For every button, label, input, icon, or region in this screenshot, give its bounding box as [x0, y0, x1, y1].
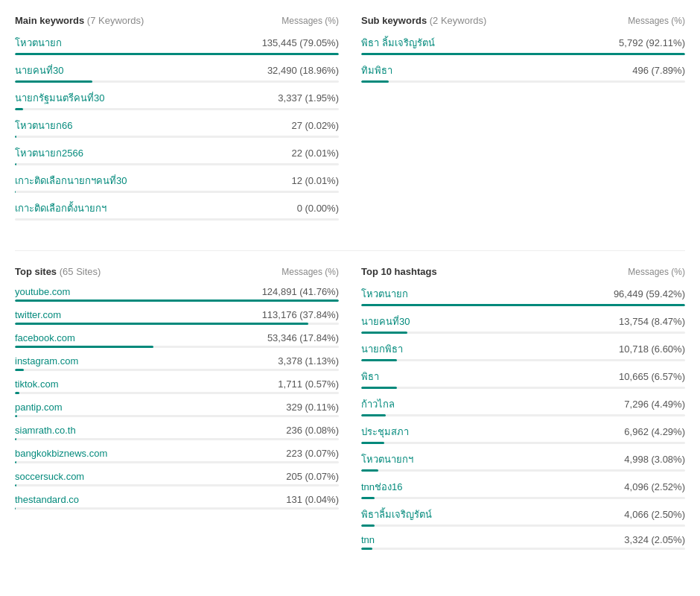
item-value: 3,337 (1.95%): [278, 92, 339, 104]
item-value: 124,891 (41.76%): [262, 286, 339, 297]
item-value: 135,445 (79.05%): [262, 37, 339, 48]
top-hashtags-list: โหวตนายก96,449 (59.42%)นายคนที่3013,754 …: [361, 286, 685, 550]
bar-fill: [361, 80, 389, 83]
bar-container: [361, 304, 685, 306]
item-label[interactable]: tiktok.com: [15, 378, 59, 390]
item-label[interactable]: bangkokbiznews.com: [15, 448, 107, 459]
item-label[interactable]: นายคนที่30: [15, 63, 63, 78]
item-label[interactable]: โหวตนายก66: [15, 118, 72, 133]
item-label[interactable]: ทิมพิธา: [361, 63, 392, 78]
item-value: 10,718 (6.60%): [619, 343, 685, 355]
list-item: นายกรัฐมนตรีคนที่303,337 (1.95%): [15, 90, 339, 110]
list-item: pantip.com329 (0.11%): [15, 402, 339, 417]
item-label[interactable]: พิธา: [361, 369, 379, 384]
item-value: 205 (0.07%): [286, 471, 339, 482]
item-label[interactable]: tnnช่อง16: [361, 479, 403, 495]
item-value: 496 (7.89%): [632, 65, 685, 76]
item-label[interactable]: โหวตนายก2566: [15, 145, 83, 161]
bar-fill: [361, 548, 372, 550]
list-item: tiktok.com1,711 (0.57%): [15, 378, 339, 394]
item-label[interactable]: tnn: [361, 534, 375, 545]
bar-fill: [15, 507, 16, 510]
list-item: นายกพิธา10,718 (6.60%): [361, 341, 685, 361]
item-label[interactable]: นายกรัฐมนตรีคนที่30: [15, 90, 104, 106]
item-label[interactable]: โหวตนายก: [15, 35, 62, 51]
bar-fill: [15, 299, 339, 302]
item-label[interactable]: พิธาลิ้มเจริญรัตน์: [361, 507, 432, 522]
item-value: 22 (0.01%): [291, 148, 339, 159]
bar-container: [15, 191, 339, 193]
main-keywords-title: Main keywords (7 Keywords): [15, 15, 144, 26]
item-label[interactable]: soccersuck.com: [15, 471, 84, 482]
bar-fill: [15, 484, 16, 486]
bar-fill: [361, 332, 407, 334]
item-label[interactable]: นายคนที่30: [361, 314, 410, 329]
item-value: 53,346 (17.84%): [267, 332, 339, 343]
item-value: 13,754 (8.47%): [619, 316, 685, 327]
main-keywords-header: Main keywords (7 Keywords) Messages (%): [15, 15, 339, 26]
bar-container: [15, 507, 339, 510]
list-item: พิธาลิ้มเจริญรัตน์4,066 (2.50%): [361, 507, 685, 527]
list-item: ทิมพิธา496 (7.89%): [361, 63, 685, 83]
item-label[interactable]: pantip.com: [15, 402, 63, 413]
bar-fill: [15, 415, 17, 417]
bar-fill: [361, 359, 397, 361]
item-label[interactable]: เกาะติดเลือกตั้งนายกฯ: [15, 200, 106, 216]
list-item: tnnช่อง164,096 (2.52%): [361, 479, 685, 499]
top-sites-title: Top sites (65 Sites): [15, 266, 101, 277]
item-label[interactable]: เกาะติดเลือกนายกฯคนที่30: [15, 173, 127, 188]
item-label[interactable]: youtube.com: [15, 286, 70, 297]
list-item: siamrath.co.th236 (0.08%): [15, 425, 339, 440]
main-keywords-list: โหวตนายก135,445 (79.05%)นายคนที่3032,490…: [15, 35, 339, 221]
bar-container: [15, 346, 339, 348]
list-item: พิธา ลิ้มเจริญรัตน์5,792 (92.11%): [361, 35, 685, 55]
item-value: 6,962 (4.29%): [624, 426, 685, 437]
bar-container: [361, 442, 685, 444]
item-value: 96,449 (59.42%): [614, 288, 685, 299]
list-item: bangkokbiznews.com223 (0.07%): [15, 448, 339, 463]
item-label[interactable]: twitter.com: [15, 309, 61, 320]
item-value: 32,490 (18.96%): [267, 65, 339, 76]
bar-fill: [15, 369, 24, 371]
top-sites-list: youtube.com124,891 (41.76%)twitter.com11…: [15, 286, 339, 510]
item-value: 4,096 (2.52%): [624, 481, 685, 492]
item-value: 1,711 (0.57%): [278, 378, 339, 390]
top-sites-header: Top sites (65 Sites) Messages (%): [15, 266, 339, 277]
bar-container: [15, 299, 339, 302]
list-item: นายคนที่3013,754 (8.47%): [361, 314, 685, 334]
item-label[interactable]: siamrath.co.th: [15, 425, 76, 436]
item-label[interactable]: ประชุมสภา: [361, 424, 409, 440]
sub-keywords-header: Sub keywords (2 Keywords) Messages (%): [361, 15, 685, 26]
item-value: 4,998 (3.08%): [624, 454, 685, 465]
top-hashtags-header: Top 10 hashtags Messages (%): [361, 266, 685, 277]
top-sites-section: Top sites (65 Sites) Messages (%) youtub…: [15, 266, 361, 557]
item-value: 3,324 (2.05%): [624, 534, 685, 545]
item-value: 4,066 (2.50%): [624, 509, 685, 520]
item-label[interactable]: thestandard.co: [15, 494, 79, 505]
item-label[interactable]: ก้าวไกล: [361, 396, 395, 412]
bar-container: [15, 484, 339, 486]
bar-container: [361, 332, 685, 334]
bar-container: [361, 80, 685, 83]
sub-keywords-title: Sub keywords (2 Keywords): [361, 15, 486, 26]
list-item: twitter.com113,176 (37.84%): [15, 309, 339, 325]
list-item: ประชุมสภา6,962 (4.29%): [361, 424, 685, 444]
bar-fill: [361, 304, 685, 306]
bar-container: [15, 218, 339, 221]
item-label[interactable]: instagram.com: [15, 355, 78, 367]
item-value: 10,665 (6.57%): [619, 371, 685, 382]
item-value: 0 (0.00%): [297, 203, 339, 214]
item-label[interactable]: โหวตนายกฯ: [361, 451, 413, 467]
bar-fill: [361, 524, 375, 527]
item-value: 223 (0.07%): [286, 448, 339, 459]
item-label[interactable]: โหวตนายก: [361, 286, 408, 302]
item-label[interactable]: นายกพิธา: [361, 341, 403, 357]
bar-container: [361, 524, 685, 527]
item-label[interactable]: facebook.com: [15, 332, 75, 343]
item-label[interactable]: พิธา ลิ้มเจริญรัตน์: [361, 35, 435, 51]
bar-fill: [15, 346, 153, 348]
bar-fill: [15, 80, 92, 83]
bar-container: [15, 369, 339, 371]
bar-container: [15, 163, 339, 165]
bar-fill: [15, 323, 308, 325]
